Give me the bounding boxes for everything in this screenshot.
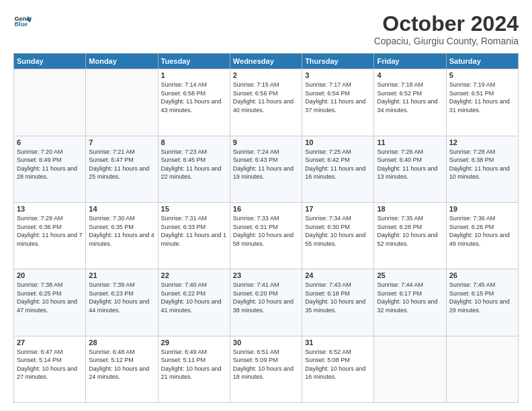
day-info: Sunrise: 7:14 AM Sunset: 6:58 PM Dayligh… <box>161 81 227 114</box>
header-saturday: Saturday <box>446 54 518 69</box>
subtitle: Copaciu, Giurgiu County, Romania <box>374 36 519 46</box>
day-info: Sunrise: 7:19 AM Sunset: 6:51 PM Dayligh… <box>449 81 515 114</box>
header-tuesday: Tuesday <box>158 54 230 69</box>
logo: General Blue <box>13 12 32 31</box>
day-cell-w5-d5 <box>374 336 446 402</box>
day-cell-w2-d6: 12Sunrise: 7:28 AM Sunset: 6:38 PM Dayli… <box>446 136 518 202</box>
day-number: 24 <box>305 271 371 279</box>
day-number: 4 <box>377 71 443 79</box>
week-row-4: 20Sunrise: 7:38 AM Sunset: 6:25 PM Dayli… <box>14 269 519 336</box>
day-info: Sunrise: 7:17 AM Sunset: 6:54 PM Dayligh… <box>305 81 371 114</box>
day-number: 10 <box>305 138 371 146</box>
day-info: Sunrise: 6:51 AM Sunset: 5:09 PM Dayligh… <box>233 348 299 381</box>
day-number: 12 <box>449 138 515 146</box>
page: General Blue October 2024 Copaciu, Giurg… <box>0 0 532 411</box>
day-cell-w4-d2: 22Sunrise: 7:40 AM Sunset: 6:22 PM Dayli… <box>158 269 230 336</box>
day-number: 30 <box>233 338 299 347</box>
day-cell-w4-d5: 25Sunrise: 7:44 AM Sunset: 6:17 PM Dayli… <box>374 269 446 336</box>
day-cell-w2-d3: 9Sunrise: 7:24 AM Sunset: 6:43 PM Daylig… <box>230 136 302 202</box>
day-info: Sunrise: 6:48 AM Sunset: 5:12 PM Dayligh… <box>89 348 154 381</box>
header: General Blue October 2024 Copaciu, Giurg… <box>13 12 519 46</box>
day-info: Sunrise: 7:44 AM Sunset: 6:17 PM Dayligh… <box>377 281 443 314</box>
calendar-table: Sunday Monday Tuesday Wednesday Thursday… <box>13 53 519 403</box>
day-info: Sunrise: 7:43 AM Sunset: 6:18 PM Dayligh… <box>305 281 371 314</box>
day-info: Sunrise: 6:47 AM Sunset: 5:14 PM Dayligh… <box>17 348 83 381</box>
header-friday: Friday <box>374 54 446 69</box>
day-info: Sunrise: 7:41 AM Sunset: 6:20 PM Dayligh… <box>233 281 299 314</box>
day-cell-w5-d2: 29Sunrise: 6:49 AM Sunset: 5:11 PM Dayli… <box>158 336 230 402</box>
week-row-2: 6Sunrise: 7:20 AM Sunset: 6:49 PM Daylig… <box>14 136 519 202</box>
svg-text:Blue: Blue <box>14 21 28 28</box>
header-thursday: Thursday <box>302 54 374 69</box>
day-number: 25 <box>377 271 443 279</box>
day-info: Sunrise: 7:38 AM Sunset: 6:25 PM Dayligh… <box>17 281 83 314</box>
day-number: 19 <box>449 205 515 213</box>
day-number: 16 <box>233 205 299 213</box>
day-cell-w1-d2: 1Sunrise: 7:14 AM Sunset: 6:58 PM Daylig… <box>158 69 230 136</box>
day-number: 21 <box>89 271 154 279</box>
day-cell-w3-d2: 15Sunrise: 7:31 AM Sunset: 6:33 PM Dayli… <box>158 202 230 269</box>
day-number: 31 <box>305 338 371 347</box>
day-cell-w4-d3: 23Sunrise: 7:41 AM Sunset: 6:20 PM Dayli… <box>230 269 302 336</box>
header-wednesday: Wednesday <box>230 54 302 69</box>
day-info: Sunrise: 7:23 AM Sunset: 6:45 PM Dayligh… <box>161 148 227 181</box>
week-row-5: 27Sunrise: 6:47 AM Sunset: 5:14 PM Dayli… <box>14 336 519 402</box>
day-cell-w1-d1 <box>86 69 158 136</box>
day-number: 26 <box>449 271 515 279</box>
day-info: Sunrise: 7:40 AM Sunset: 6:22 PM Dayligh… <box>161 281 227 314</box>
day-number: 3 <box>305 71 371 79</box>
day-number: 22 <box>161 271 227 279</box>
day-info: Sunrise: 7:30 AM Sunset: 6:35 PM Dayligh… <box>89 214 154 248</box>
day-number: 14 <box>89 205 154 213</box>
day-number: 20 <box>17 271 83 279</box>
day-cell-w5-d0: 27Sunrise: 6:47 AM Sunset: 5:14 PM Dayli… <box>14 336 86 402</box>
day-info: Sunrise: 7:20 AM Sunset: 6:49 PM Dayligh… <box>17 148 83 181</box>
day-cell-w1-d3: 2Sunrise: 7:15 AM Sunset: 6:56 PM Daylig… <box>230 69 302 136</box>
day-cell-w2-d4: 10Sunrise: 7:25 AM Sunset: 6:42 PM Dayli… <box>302 136 374 202</box>
day-number: 9 <box>233 138 299 146</box>
day-cell-w3-d0: 13Sunrise: 7:29 AM Sunset: 6:36 PM Dayli… <box>14 202 86 269</box>
day-number: 2 <box>233 71 299 79</box>
day-info: Sunrise: 6:52 AM Sunset: 5:08 PM Dayligh… <box>305 348 371 381</box>
weekday-header-row: Sunday Monday Tuesday Wednesday Thursday… <box>14 54 519 69</box>
day-info: Sunrise: 7:26 AM Sunset: 6:40 PM Dayligh… <box>377 148 443 181</box>
day-info: Sunrise: 7:25 AM Sunset: 6:42 PM Dayligh… <box>305 148 371 181</box>
day-cell-w3-d5: 18Sunrise: 7:35 AM Sunset: 6:28 PM Dayli… <box>374 202 446 269</box>
day-cell-w3-d4: 17Sunrise: 7:34 AM Sunset: 6:30 PM Dayli… <box>302 202 374 269</box>
day-cell-w4-d6: 26Sunrise: 7:45 AM Sunset: 6:15 PM Dayli… <box>446 269 518 336</box>
day-number: 18 <box>377 205 443 213</box>
day-number: 23 <box>233 271 299 279</box>
day-cell-w5-d4: 31Sunrise: 6:52 AM Sunset: 5:08 PM Dayli… <box>302 336 374 402</box>
day-cell-w3-d6: 19Sunrise: 7:36 AM Sunset: 6:26 PM Dayli… <box>446 202 518 269</box>
day-number: 27 <box>17 338 83 347</box>
day-info: Sunrise: 7:28 AM Sunset: 6:38 PM Dayligh… <box>449 148 515 181</box>
day-number: 11 <box>377 138 443 146</box>
day-cell-w4-d0: 20Sunrise: 7:38 AM Sunset: 6:25 PM Dayli… <box>14 269 86 336</box>
day-cell-w4-d1: 21Sunrise: 7:39 AM Sunset: 6:23 PM Dayli… <box>86 269 158 336</box>
day-cell-w1-d0 <box>14 69 86 136</box>
day-cell-w5-d6 <box>446 336 518 402</box>
day-number: 1 <box>161 71 227 79</box>
day-number: 15 <box>161 205 227 213</box>
day-number: 5 <box>449 71 515 79</box>
week-row-1: 1Sunrise: 7:14 AM Sunset: 6:58 PM Daylig… <box>14 69 519 136</box>
day-cell-w1-d6: 5Sunrise: 7:19 AM Sunset: 6:51 PM Daylig… <box>446 69 518 136</box>
day-cell-w2-d0: 6Sunrise: 7:20 AM Sunset: 6:49 PM Daylig… <box>14 136 86 202</box>
day-info: Sunrise: 7:18 AM Sunset: 6:52 PM Dayligh… <box>377 81 443 114</box>
week-row-3: 13Sunrise: 7:29 AM Sunset: 6:36 PM Dayli… <box>14 202 519 269</box>
day-number: 8 <box>161 138 227 146</box>
day-info: Sunrise: 7:45 AM Sunset: 6:15 PM Dayligh… <box>449 281 515 314</box>
month-title: October 2024 <box>374 12 519 36</box>
day-info: Sunrise: 7:33 AM Sunset: 6:31 PM Dayligh… <box>233 214 299 248</box>
day-info: Sunrise: 7:39 AM Sunset: 6:23 PM Dayligh… <box>89 281 154 314</box>
day-cell-w1-d4: 3Sunrise: 7:17 AM Sunset: 6:54 PM Daylig… <box>302 69 374 136</box>
day-info: Sunrise: 7:24 AM Sunset: 6:43 PM Dayligh… <box>233 148 299 181</box>
day-info: Sunrise: 7:34 AM Sunset: 6:30 PM Dayligh… <box>305 214 371 248</box>
header-monday: Monday <box>86 54 158 69</box>
day-info: Sunrise: 6:49 AM Sunset: 5:11 PM Dayligh… <box>161 348 227 381</box>
day-info: Sunrise: 7:35 AM Sunset: 6:28 PM Dayligh… <box>377 214 443 248</box>
day-number: 28 <box>89 338 154 347</box>
day-cell-w3-d1: 14Sunrise: 7:30 AM Sunset: 6:35 PM Dayli… <box>86 202 158 269</box>
day-cell-w2-d2: 8Sunrise: 7:23 AM Sunset: 6:45 PM Daylig… <box>158 136 230 202</box>
day-info: Sunrise: 7:15 AM Sunset: 6:56 PM Dayligh… <box>233 81 299 114</box>
